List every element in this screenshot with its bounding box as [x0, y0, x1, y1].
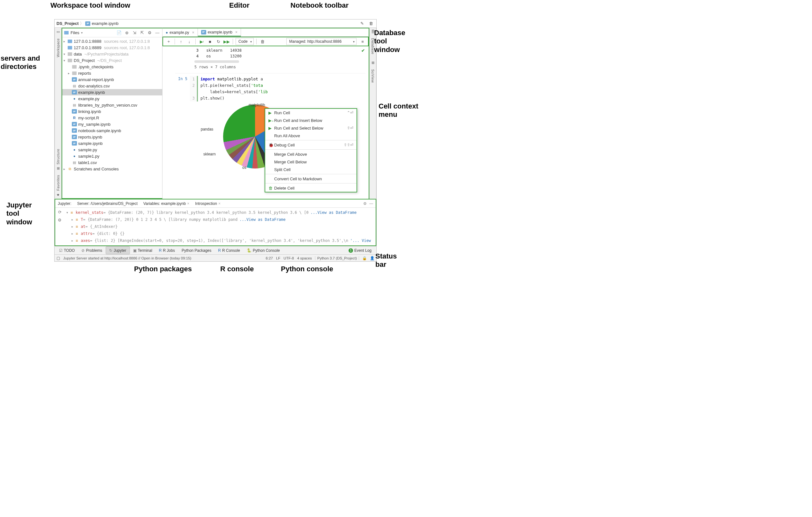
status-toggle-icon[interactable]: ▢ — [57, 256, 60, 260]
workspace-toolstrip-label[interactable]: Workspace — [56, 38, 60, 57]
structure-icon[interactable]: ⊞ — [57, 166, 60, 170]
jupyter-variables[interactable]: ▾≡ kernel_stats = {DataFrame: (20, 7)} l… — [64, 208, 376, 246]
menu-item[interactable]: Merge Cell Below — [265, 158, 356, 166]
cell-type-select[interactable]: Code — [236, 38, 254, 45]
tree-item[interactable]: example.ipynb — [62, 89, 162, 95]
favorites-icon[interactable]: ★ — [57, 193, 60, 197]
tree-item[interactable]: linking.ipynb — [62, 108, 162, 115]
menu-item[interactable]: Merge Cell Above — [265, 150, 356, 158]
tree-item[interactable]: sample.ipynb — [62, 140, 162, 146]
tree-item[interactable]: example.py — [62, 95, 162, 102]
tree-item[interactable]: ▾DS_Project~/DS_Project — [62, 57, 162, 63]
python-console-button[interactable]: 🐍Python Console — [243, 247, 284, 254]
indent[interactable]: 4 spaces — [297, 256, 312, 260]
sciview-icon[interactable]: ⊞ — [372, 61, 374, 65]
structure-toolstrip-label[interactable]: Structure — [56, 149, 60, 164]
tree-item[interactable]: doc-analytics.csv — [62, 83, 162, 89]
stop-icon[interactable]: ■ — [206, 38, 213, 45]
event-log-button[interactable]: 1Event Log — [345, 247, 375, 254]
delete-cell-icon[interactable]: 🗑 — [259, 38, 266, 45]
menu-item[interactable]: 🗑Delete Cell — [265, 184, 356, 192]
close-icon[interactable]: × — [235, 30, 237, 34]
tree-item[interactable]: table1.csv — [62, 159, 162, 166]
variable-row[interactable]: ▸≡ at = {_AtIndexer} — [66, 223, 374, 230]
lock-icon[interactable]: 🔒 — [362, 256, 367, 260]
tree-item[interactable]: reports.ipynb — [62, 134, 162, 140]
settings-icon[interactable]: ⚙ — [147, 30, 152, 36]
python-packages-button[interactable]: Python Packages — [178, 247, 215, 254]
collapse-icon[interactable]: ⇱ — [139, 30, 145, 36]
run-cell-icon[interactable]: ▶I — [198, 38, 205, 45]
new-file-icon[interactable]: 📄 — [116, 30, 122, 36]
run-all-icon[interactable]: ▶▶ — [223, 38, 230, 45]
workspace-mode[interactable]: Files — [70, 30, 79, 35]
tree-item[interactable]: libraries_by_python_version.csv — [62, 102, 162, 108]
menu-item[interactable]: Convert Cell to Markdown — [265, 175, 356, 182]
sciview-toolstrip-label[interactable]: SciView — [371, 69, 375, 83]
breadcrumb-root[interactable]: DS_Project — [57, 21, 79, 26]
workspace-tree[interactable]: ▸127.0.0.1:8888sources root, 127.0.0.1:8… — [62, 37, 162, 198]
jupyter-intro-tab[interactable]: Introspection× — [195, 201, 221, 206]
move-down-icon[interactable]: ↓ — [186, 38, 193, 45]
menu-item[interactable]: ▶Run Cell⌃⏎ — [265, 109, 356, 116]
editor-tab[interactable]: example.py× — [163, 28, 198, 36]
caret-position[interactable]: 6:27 — [266, 256, 273, 260]
code-cell[interactable]: ▶ In 5 123 import matplotlib.pyplot a pl… — [175, 73, 366, 102]
expand-icon[interactable]: ⇲ — [132, 30, 137, 36]
tree-item[interactable]: 127.0.0.1:8889sources root, 127.0.0.1:8 — [62, 45, 162, 51]
terminal-button[interactable]: ▣Terminal — [130, 247, 156, 254]
tree-item[interactable]: sample.py — [62, 146, 162, 153]
tree-item[interactable]: ▸127.0.0.1:8888sources root, 127.0.0.1:8 — [62, 38, 162, 45]
gear-icon[interactable]: ⚙ — [363, 201, 367, 206]
server-select[interactable]: Managed: http://localhost:8886 — [286, 38, 356, 45]
gear-icon[interactable]: ⚙ — [58, 218, 62, 223]
variable-row[interactable]: ▾≡ kernel_stats = {DataFrame: (20, 7)} l… — [66, 209, 374, 216]
editor-tab[interactable]: example.ipynb× — [198, 28, 241, 36]
h-scrollbar[interactable] — [194, 60, 239, 63]
variable-row[interactable]: ▸≡ axes = {list: 2} [RangeIndex(start=0,… — [66, 237, 374, 244]
tree-item[interactable]: ▸reports — [62, 70, 162, 76]
refresh-icon[interactable]: ⟳ — [58, 210, 62, 214]
favorites-toolstrip-label[interactable]: Favorites — [56, 175, 60, 191]
todo-button[interactable]: ☑TODO — [56, 247, 78, 254]
tree-item[interactable]: annual-report.ipynb — [62, 76, 162, 83]
encoding[interactable]: UTF-8 — [284, 256, 294, 260]
menu-item[interactable]: ▶₊Run Cell and Insert Below — [265, 116, 356, 124]
trash-icon[interactable]: 🗑 — [367, 20, 374, 27]
tree-item[interactable]: notebook-sample.ipynb — [62, 127, 162, 134]
more-icon[interactable]: ≡ — [359, 38, 366, 45]
line-sep[interactable]: LF — [276, 256, 280, 260]
inspect-icon[interactable]: 👤 — [370, 256, 374, 260]
r-console-button[interactable]: RR Console — [215, 247, 243, 254]
hide-icon[interactable]: — — [369, 201, 373, 206]
menu-item[interactable]: Split Cell — [265, 166, 356, 173]
move-up-icon[interactable]: ↑ — [177, 38, 184, 45]
locate-icon[interactable]: ⊕ — [124, 30, 129, 36]
close-icon[interactable]: × — [192, 30, 194, 35]
breadcrumb-file[interactable]: example.ipynb — [85, 21, 118, 26]
variable-row[interactable]: ▸≡ T = {DataFrame: (7, 20)} 0 1 2 3 4 5 … — [66, 216, 374, 223]
edit-config-icon[interactable]: ✎ — [358, 20, 366, 27]
tree-item[interactable]: ▸⧉Scratches and Consoles — [62, 166, 162, 172]
tree-item[interactable]: sample1.py — [62, 153, 162, 159]
tree-item[interactable]: my-script.R — [62, 115, 162, 121]
hide-icon[interactable]: — — [154, 30, 160, 36]
variable-row[interactable]: ▸≡ attrs = {dict: 0} {} — [66, 230, 374, 237]
jupyter-server-tab[interactable]: Server: /Users/jetbrains/DS_Project — [77, 201, 138, 206]
cell-context-menu[interactable]: ▶Run Cell⌃⏎▶₊Run Cell and Insert Below▶R… — [265, 108, 357, 193]
problems-button[interactable]: ⊘Problems — [78, 247, 106, 254]
tree-item[interactable]: .ipynb_checkpoints — [62, 63, 162, 70]
code-text[interactable]: import matplotlib.pyplot a plt.pie(kerne… — [197, 76, 366, 102]
jupyter-button[interactable]: ↻Jupyter — [106, 247, 129, 254]
jupyter-vars-tab[interactable]: Variables: example.ipynb× — [143, 201, 189, 206]
workspace-toolstrip-icon[interactable]: ▭ — [57, 30, 60, 34]
tree-item[interactable]: my_sample.ipynb — [62, 121, 162, 127]
restart-icon[interactable]: ↻ — [215, 38, 222, 45]
rjobs-button[interactable]: RR Jobs — [156, 247, 178, 254]
menu-item[interactable]: ▶Run Cell and Select Below⇧⏎ — [265, 124, 356, 132]
interpreter[interactable]: Python 3.7 (DS_Project) — [315, 256, 359, 260]
menu-item[interactable]: 🐞Debug Cell⇧⇧⏎ — [265, 141, 356, 149]
add-cell-icon[interactable]: ＋ — [165, 38, 172, 45]
menu-item[interactable]: Run All Above — [265, 132, 356, 140]
tree-item[interactable]: ▾data~/PycharmProjects/data — [62, 51, 162, 57]
